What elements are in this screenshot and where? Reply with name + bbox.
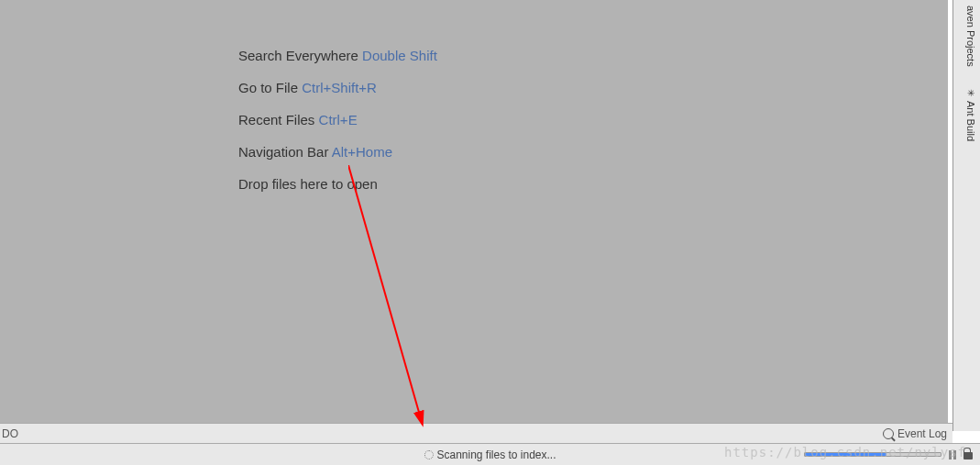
ant-icon: ✳ xyxy=(966,88,976,98)
status-text: Scanning files to index... xyxy=(436,448,556,461)
tip-shortcut: Ctrl+E xyxy=(319,112,358,127)
tab-label: Ant Build xyxy=(965,101,976,141)
tip-label: Drop files here to open xyxy=(238,176,378,192)
right-tool-bar: aven Projects ✳ Ant Build xyxy=(952,0,980,431)
editor-tips: Search Everywhere Double Shift Go to Fil… xyxy=(238,48,437,208)
tip-shortcut: Ctrl+Shift+R xyxy=(302,80,377,95)
balloon-icon xyxy=(883,428,894,439)
tip-label: Recent Files xyxy=(238,112,314,127)
tip-label: Search Everywhere xyxy=(238,48,358,63)
tip-recent-files: Recent Files Ctrl+E xyxy=(238,112,437,127)
editor-empty-area[interactable]: Search Everywhere Double Shift Go to Fil… xyxy=(0,0,948,424)
status-message: Scanning files to index... xyxy=(424,448,556,461)
tab-maven-projects[interactable]: aven Projects xyxy=(963,0,978,72)
tip-shortcut: Double Shift xyxy=(362,48,437,63)
tip-goto-file: Go to File Ctrl+Shift+R xyxy=(238,80,437,95)
tip-search-everywhere: Search Everywhere Double Shift xyxy=(238,48,437,63)
tip-navigation-bar: Navigation Bar Alt+Home xyxy=(238,144,437,160)
tip-shortcut: Alt+Home xyxy=(332,144,392,160)
bottom-left-fragment: DO xyxy=(0,427,18,440)
event-log-label: Event Log xyxy=(897,427,947,440)
tab-label: aven Projects xyxy=(965,6,976,67)
watermark: https://blog.csdn.net/nylysf xyxy=(724,445,966,459)
event-log-button[interactable]: Event Log xyxy=(883,427,947,440)
tab-ant-build[interactable]: ✳ Ant Build xyxy=(963,83,978,147)
bottom-tool-bar: DO Event Log xyxy=(0,423,952,443)
tip-label: Go to File xyxy=(238,80,298,95)
tip-label: Navigation Bar xyxy=(238,144,328,160)
tip-drop-files: Drop files here to open xyxy=(238,176,437,192)
spinner-icon xyxy=(424,450,433,459)
